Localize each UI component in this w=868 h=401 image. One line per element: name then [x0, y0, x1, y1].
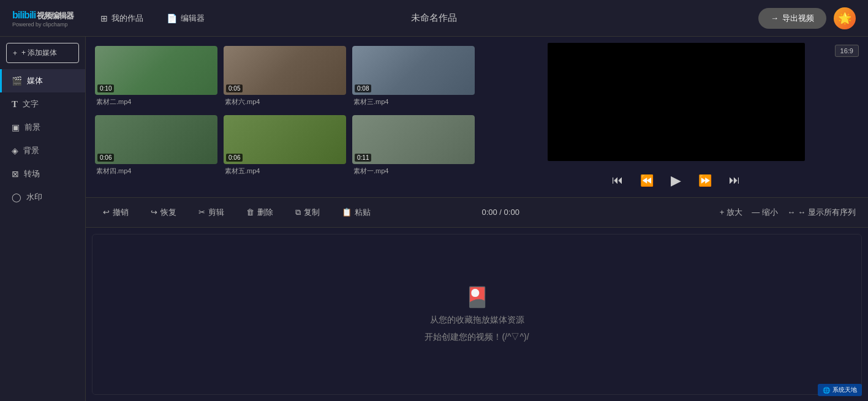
undo-icon: ↩: [103, 208, 110, 217]
grid-icon: ⊞: [100, 13, 108, 23]
paste-label: 粘贴: [355, 207, 371, 218]
zoom-in-label: 放大: [726, 207, 742, 218]
nav-my-works[interactable]: ⊞ 我的作品: [92, 9, 152, 28]
foreground-icon: ▣: [12, 122, 20, 132]
media-duration-4: 0:06: [97, 154, 114, 162]
fast-forward-button[interactable]: ⏩: [696, 171, 714, 190]
copy-label: 复制: [304, 207, 320, 218]
media-item-2[interactable]: 0:05 素材六.mp4: [224, 46, 346, 109]
media-item-3[interactable]: 0:08 素材三.mp4: [352, 46, 475, 109]
watermark-badge: 🌐 系统天地: [818, 384, 862, 396]
media-icon: 🎬: [12, 76, 22, 86]
document-icon: 📄: [167, 13, 177, 23]
nav-editor-label: 编辑器: [181, 13, 205, 24]
scissors-icon: ✂: [198, 208, 205, 217]
copy-icon: ⧉: [295, 208, 301, 217]
sidebar-item-media[interactable]: 🎬 媒体: [0, 69, 85, 92]
paste-button[interactable]: 📋 粘贴: [337, 204, 376, 220]
logo-bilibili: bilibili视频编辑器: [12, 9, 74, 21]
skip-to-end-button[interactable]: ⏭: [726, 171, 742, 189]
media-item-1[interactable]: 0:10 素材二.mp4: [95, 46, 217, 109]
export-button[interactable]: → 导出视频: [758, 8, 826, 29]
timeline-placeholder-text1: 从您的收藏拖放媒体资源: [430, 315, 524, 326]
media-duration-6: 0:11: [355, 154, 371, 162]
plus-icon: +: [13, 49, 17, 58]
show-all-label: ↔ 显示所有序列: [798, 207, 856, 218]
timeline-toolbar: ↩ 撤销 ↪ 恢复 ✂ 剪辑 🗑 删除 ⧉ 复制 📋 粘贴: [86, 197, 868, 228]
zoom-out-button[interactable]: — 缩小: [752, 207, 778, 218]
earth-icon: 🌐: [823, 387, 830, 394]
media-name-6: 素材一.mp4: [352, 164, 475, 178]
header-nav: ⊞ 我的作品 📄 编辑器: [92, 9, 213, 28]
undo-label: 撤销: [113, 207, 129, 218]
media-duration-2: 0:05: [226, 84, 243, 92]
export-arrow-icon: →: [771, 13, 779, 23]
cut-button[interactable]: ✂ 剪辑: [194, 204, 229, 220]
trash-icon: 🗑: [246, 208, 254, 217]
media-item-6[interactable]: 0:11 素材一.mp4: [352, 115, 475, 178]
sidebar-item-transition[interactable]: ⊠ 转场: [0, 162, 85, 186]
preview-area: 16:9 ⏮ ⏪ ▶ ⏩ ⏭: [484, 37, 868, 197]
project-title: 未命名作品: [411, 12, 457, 24]
skip-to-start-button[interactable]: ⏮: [609, 171, 625, 189]
sidebar-item-text[interactable]: T 文字: [0, 92, 85, 116]
redo-label: 恢复: [160, 207, 176, 218]
clipboard-icon: 📋: [342, 208, 352, 217]
watermark-label: 系统天地: [832, 386, 857, 394]
media-thumb-6: 0:11: [352, 115, 475, 164]
sidebar-transition-label: 转场: [24, 168, 40, 179]
background-icon: ◈: [12, 146, 18, 156]
media-item-5[interactable]: 0:06 素材五.mp4: [224, 115, 346, 178]
media-name-5: 素材五.mp4: [224, 164, 346, 178]
user-avatar[interactable]: 🌟: [834, 7, 856, 29]
show-all-button[interactable]: ↔ ↔ 显示所有序列: [787, 207, 856, 218]
zoom-in-icon: +: [720, 208, 725, 217]
delete-label: 删除: [257, 207, 273, 218]
timeline-placeholder-text2: 开始创建您的视频！(/^▽^)/: [425, 332, 529, 343]
text-icon: T: [12, 99, 18, 110]
preview-screen: [548, 43, 805, 161]
transition-icon: ⊠: [12, 169, 19, 179]
rewind-button[interactable]: ⏪: [638, 171, 656, 190]
copy-button[interactable]: ⧉ 复制: [290, 204, 325, 220]
media-item-4[interactable]: 0:06 素材四.mp4: [95, 115, 217, 178]
media-duration-1: 0:10: [97, 84, 114, 92]
zoom-in-button[interactable]: + 放大: [720, 207, 743, 218]
header: bilibili视频编辑器 Powered by clipchamp ⊞ 我的作…: [0, 0, 868, 37]
media-thumb-1: 0:10: [95, 46, 217, 95]
header-right: → 导出视频 🌟: [758, 7, 856, 29]
media-thumb-5: 0:06: [224, 115, 346, 164]
media-duration-5: 0:06: [226, 154, 243, 162]
delete-button[interactable]: 🗑 删除: [241, 204, 278, 220]
play-button[interactable]: ▶: [668, 170, 684, 191]
media-grid-area: 0:10 素材二.mp4 0:05 素材六.mp4 0:08 素材三.mp4 0…: [86, 37, 484, 197]
media-thumb-2: 0:05: [224, 46, 346, 95]
logo-area: bilibili视频编辑器 Powered by clipchamp: [12, 9, 74, 28]
sidebar-item-background[interactable]: ◈ 背景: [0, 139, 85, 162]
zoom-out-icon: —: [752, 208, 760, 217]
sidebar: + + 添加媒体 🎬 媒体 T 文字 ▣ 前景 ◈ 背景 ⊠ 转场 ◯ 水印: [0, 37, 86, 401]
media-name-4: 素材四.mp4: [95, 164, 217, 178]
sidebar-text-label: 文字: [23, 99, 39, 110]
redo-icon: ↪: [151, 208, 157, 217]
timeline-area: 🎴 从您的收藏拖放媒体资源 开始创建您的视频！(/^▽^)/: [92, 234, 862, 395]
export-label: 导出视频: [782, 13, 814, 24]
undo-button[interactable]: ↩ 撤销: [98, 204, 134, 220]
zoom-controls: + 放大 — 缩小 ↔ ↔ 显示所有序列: [720, 207, 856, 218]
sidebar-item-foreground[interactable]: ▣ 前景: [0, 116, 85, 139]
nav-editor[interactable]: 📄 编辑器: [158, 9, 213, 28]
media-thumb-3: 0:08: [352, 46, 475, 95]
media-name-3: 素材三.mp4: [352, 95, 475, 109]
top-content: 0:10 素材二.mp4 0:05 素材六.mp4 0:08 素材三.mp4 0…: [86, 37, 868, 197]
sidebar-item-watermark[interactable]: ◯ 水印: [0, 186, 85, 209]
media-grid: 0:10 素材二.mp4 0:05 素材六.mp4 0:08 素材三.mp4 0…: [95, 46, 475, 178]
logo-subtitle: Powered by clipchamp: [12, 21, 74, 28]
redo-button[interactable]: ↪ 恢复: [146, 204, 181, 220]
add-media-button[interactable]: + + 添加媒体: [6, 43, 79, 63]
media-name-1: 素材二.mp4: [95, 95, 217, 109]
nav-my-works-label: 我的作品: [111, 13, 143, 24]
media-name-2: 素材六.mp4: [224, 95, 346, 109]
zoom-out-label: 缩小: [762, 207, 778, 218]
sidebar-foreground-label: 前景: [25, 122, 40, 133]
aspect-ratio-badge: 16:9: [835, 46, 859, 55]
